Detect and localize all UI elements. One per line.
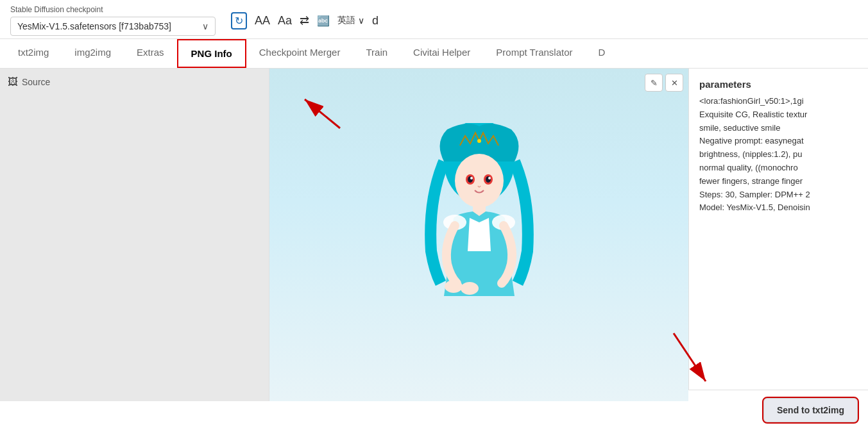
checkpoint-section: Stable Diffusion checkpoint YesMix-V1.5.… xyxy=(10,5,216,36)
svg-point-7 xyxy=(488,177,491,179)
checkpoint-label: Stable Diffusion checkpoint xyxy=(10,5,216,14)
bottom-bar: Send to txt2img xyxy=(688,390,868,401)
tab-civitai-helper[interactable]: Civitai Helper xyxy=(400,39,483,68)
tab-extras[interactable]: Extras xyxy=(124,39,177,68)
language-button[interactable]: 英語 ∨ xyxy=(337,15,364,26)
left-panel: 🖼 Source xyxy=(0,69,269,401)
checkpoint-value: YesMix-V1.5.safetensors [f713bab753] xyxy=(17,21,171,31)
tabs-bar: txt2img img2img Extras PNG Info Checkpoi… xyxy=(0,39,868,69)
tab-checkpoint-merger[interactable]: Checkpoint Merger xyxy=(246,39,353,68)
main-content: 🖼 Source ✎ ✕ xyxy=(0,69,868,401)
tab-pnginfo[interactable]: PNG Info xyxy=(177,39,246,68)
svg-point-1 xyxy=(455,154,504,208)
translate-icon[interactable]: 🔤 xyxy=(317,15,330,27)
chevron-down-icon: ∨ xyxy=(202,21,208,31)
image-icon: 🖼 xyxy=(8,76,18,88)
tab-txt2img[interactable]: txt2img xyxy=(5,39,62,68)
font-large-icon[interactable]: AA xyxy=(255,14,270,28)
image-controls: ✎ ✕ xyxy=(645,74,683,92)
right-panel: parameters <lora:fashionGirl_v50:1>,1gi … xyxy=(688,69,868,401)
source-label: 🖼 Source xyxy=(8,76,50,88)
upload-area[interactable] xyxy=(0,69,269,401)
tab-prompt-translator[interactable]: Prompt Translator xyxy=(483,39,585,68)
tab-train[interactable]: Train xyxy=(353,39,400,68)
lang-chevron-icon: ∨ xyxy=(358,15,364,26)
tab-d[interactable]: D xyxy=(586,39,618,68)
svg-point-13 xyxy=(477,139,481,143)
parameters-title: parameters xyxy=(699,79,858,90)
svg-point-6 xyxy=(470,177,473,179)
header: Stable Diffusion checkpoint YesMix-V1.5.… xyxy=(0,0,868,39)
parameters-text: <lora:fashionGirl_v50:1>,1gi Exquisite C… xyxy=(699,95,858,215)
swap-icon[interactable]: ⇄ xyxy=(300,13,309,28)
anime-character-svg xyxy=(415,123,543,347)
refresh-icon[interactable]: ↻ xyxy=(231,12,247,29)
send-to-txt2img-button[interactable]: Send to txt2img xyxy=(763,398,858,401)
edit-button[interactable]: ✎ xyxy=(645,74,663,92)
toolbar-icons: ↻ AA Aa ⇄ 🔤 英語 ∨ d xyxy=(231,12,379,29)
font-small-icon[interactable]: Aa xyxy=(278,14,292,28)
close-icon[interactable]: ✕ xyxy=(665,74,683,92)
svg-point-12 xyxy=(461,282,479,295)
extra-button[interactable]: d xyxy=(372,14,379,28)
center-panel: ✎ ✕ xyxy=(269,69,688,401)
svg-point-11 xyxy=(445,280,463,293)
image-display xyxy=(269,69,688,401)
tab-img2img[interactable]: img2img xyxy=(62,39,124,68)
checkpoint-select[interactable]: YesMix-V1.5.safetensors [f713bab753] ∨ xyxy=(10,17,216,36)
